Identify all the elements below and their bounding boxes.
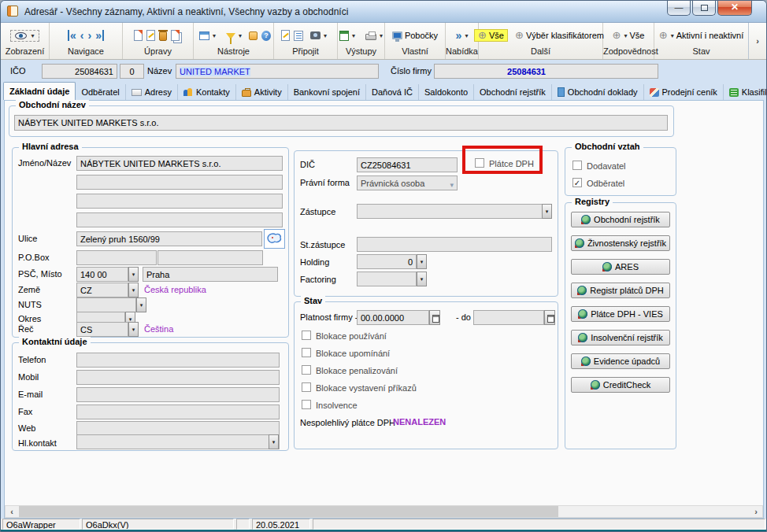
address-line4-field[interactable] (76, 212, 283, 227)
classifier-select-button[interactable]: ⊕ Výběr klasifikátorem (512, 30, 607, 41)
hlkontakt-lookup-button[interactable]: ▾ (269, 434, 279, 449)
maximize-button[interactable] (692, 1, 716, 16)
ico-suffix-field[interactable]: 0 (120, 64, 144, 79)
scrollbar-thumb[interactable] (19, 506, 558, 517)
settings-icon[interactable] (249, 31, 258, 40)
blokace-penalizovani-checkbox[interactable] (302, 365, 311, 375)
tab-obchodni-rejstrik[interactable]: Obchodní rejstřík (474, 84, 552, 100)
nuts-field[interactable] (76, 297, 136, 312)
nav-prev-button[interactable]: ‹ (80, 30, 84, 41)
scroll-left-button[interactable]: ‹ (6, 506, 18, 517)
close-button[interactable]: ✕ (717, 1, 752, 16)
help-icon[interactable]: ? (261, 31, 271, 41)
factoring-lookup-button[interactable]: ▾ (417, 272, 427, 286)
psc-field[interactable]: 140 00 (76, 267, 128, 282)
organizer-button[interactable]: ▾ (196, 31, 219, 41)
responsibility-filter-button[interactable]: ⊕ ▾ Vše (610, 30, 648, 41)
export-excel-button[interactable]: ▾ (336, 30, 358, 42)
edit-record-icon[interactable] (146, 30, 155, 41)
branches-button[interactable]: Pobočky (389, 30, 441, 41)
ares-button[interactable]: ARES (571, 259, 670, 275)
telefon-field[interactable] (76, 353, 280, 368)
list-icon[interactable] (294, 31, 303, 41)
tab-aktivity[interactable]: Aktivity (236, 84, 288, 100)
blokace-upominani-checkbox[interactable] (302, 348, 311, 357)
filter-button[interactable]: ▾ (223, 31, 245, 40)
registr-platcu-dph-button[interactable]: Registr plátců DPH (571, 283, 670, 298)
tab-odberatel[interactable]: Odběratel (76, 84, 125, 100)
nav-last-button[interactable]: » (95, 30, 104, 41)
ulice-field[interactable]: Zelený pruh 1560/99 (76, 231, 262, 246)
map-button[interactable] (264, 229, 285, 249)
nav-next-button[interactable]: › (88, 30, 92, 41)
rec-lookup-button[interactable]: ▾ (128, 322, 139, 337)
pravni-forma-combo[interactable]: Právnická osoba ▾ (357, 175, 458, 190)
insolvence-checkbox[interactable] (302, 400, 311, 409)
platnost-do-field[interactable] (473, 310, 544, 325)
scroll-right-button[interactable]: › (750, 506, 762, 517)
st-zastupce-field[interactable] (357, 237, 552, 252)
menu-button[interactable]: »▾ (453, 28, 472, 42)
zastupce-field[interactable] (357, 204, 552, 219)
misto-field[interactable]: Praha (143, 267, 278, 282)
blokace-vystaveni-prikazu-checkbox[interactable] (302, 382, 311, 392)
tab-saldokonto[interactable]: Saldokonto (419, 84, 474, 100)
delete-record-icon[interactable] (159, 31, 167, 41)
platnost-od-calendar-button[interactable] (429, 310, 440, 325)
platnost-do-calendar-button[interactable] (544, 310, 555, 325)
mobil-field[interactable] (76, 370, 280, 385)
print-button[interactable]: ▾ (362, 30, 386, 41)
hlkontakt-field[interactable] (76, 434, 280, 449)
address-line2-field[interactable] (76, 175, 283, 190)
cislo-firmy-field[interactable]: 25084631 (434, 64, 658, 79)
email-field[interactable] (76, 387, 280, 402)
creditcheck-button[interactable]: CreditCheck (571, 377, 670, 393)
evidence-upadcu-button[interactable]: Evidence úpadců (571, 353, 670, 369)
tab-prodejni-cenik[interactable]: Prodejní ceník (644, 84, 724, 100)
zivnostensky-rejstrik-button[interactable]: Živnostenský rejstřík (571, 235, 670, 251)
pobox-field[interactable] (76, 250, 157, 265)
tab-zakladni-udaje[interactable]: Základní údaje (3, 82, 76, 100)
tab-danova-ic[interactable]: Daňová IČ (366, 84, 419, 100)
rec-field[interactable]: CS (76, 322, 128, 337)
dic-field[interactable]: CZ25084631 (357, 157, 458, 172)
blokace-pouzivani-checkbox[interactable] (302, 331, 311, 340)
zeme-field[interactable]: CZ (76, 283, 128, 297)
nazev-field[interactable]: UNITED MARKET (176, 64, 379, 79)
tab-klasifikace[interactable]: Klasifikace (724, 84, 767, 100)
state-filter-button[interactable]: ⊕ ▾ Aktivní i neaktivní (656, 30, 747, 41)
holding-lookup-button[interactable]: ▾ (417, 254, 427, 269)
zeme-lookup-button[interactable]: ▾ (128, 283, 139, 297)
toolbar-overflow-button[interactable]: › (749, 23, 766, 59)
odberatel-checkbox[interactable]: ✓ (572, 178, 582, 187)
filter-all-button[interactable]: ⊕ Vše (474, 29, 508, 42)
tab-kontakty[interactable]: Kontakty (178, 84, 236, 100)
address-line3-field[interactable] (76, 194, 283, 209)
obchodni-rejstrik-button[interactable]: Obchodní rejstřík (571, 212, 670, 227)
tab-bankovni-spojeni[interactable]: Bankovní spojení (288, 84, 366, 100)
new-record-icon[interactable] (134, 30, 143, 41)
factoring-field[interactable] (357, 272, 417, 286)
fax-field[interactable] (76, 405, 280, 419)
nuts-lookup-button[interactable]: ▾ (136, 297, 146, 312)
platce-dph-vies-button[interactable]: Plátce DPH - VIES (571, 306, 670, 322)
platnost-od-field[interactable]: 00.00.0000 (357, 310, 429, 325)
pobox-field2[interactable] (157, 250, 263, 265)
tab-obchodni-doklady[interactable]: Obchodní doklady (552, 84, 644, 100)
tab-adresy[interactable]: Adresy (126, 84, 178, 100)
psc-lookup-button[interactable]: ▾ (128, 267, 139, 282)
obchodni-nazev-field[interactable]: NÁBYTEK UNITED MARKETS s.r.o. (14, 115, 668, 131)
minimize-button[interactable]: — (667, 1, 691, 16)
ico-field[interactable]: 25084631 (42, 64, 117, 79)
media-button[interactable]: ▾ (307, 31, 330, 40)
holding-field[interactable]: 0 (357, 254, 417, 269)
copy-record-icon[interactable] (171, 30, 180, 41)
zastupce-lookup-button[interactable]: ▾ (542, 204, 552, 219)
nav-first-button[interactable]: « (68, 30, 76, 41)
horizontal-scrollbar[interactable]: ‹ › (5, 505, 763, 518)
dodavatel-checkbox[interactable] (572, 161, 582, 170)
insolvencni-rejstrik-button[interactable]: Insolvenční rejstřík (571, 330, 670, 345)
jmeno-nazev-field[interactable]: NÁBYTEK UNITED MARKETS s.r.o. (76, 156, 283, 171)
note-icon[interactable] (281, 30, 290, 41)
view-button[interactable]: ▾ (10, 30, 39, 42)
